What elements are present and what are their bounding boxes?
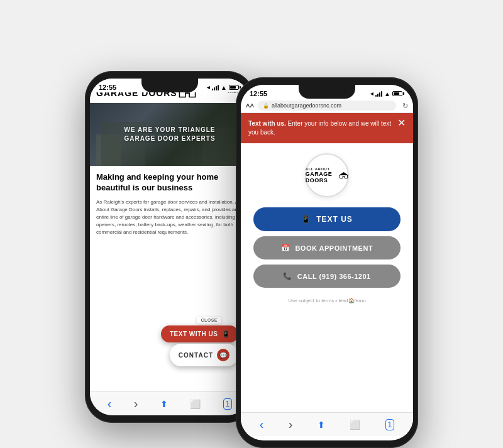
calendar-icon-book: 📅 xyxy=(281,244,290,252)
logo-circle-text: ALL ABOUT GARAGE DOORS xyxy=(306,167,338,183)
logo-center: ALL ABOUT GARAGE DOORS xyxy=(241,143,413,202)
text-us-button[interactable]: 📱 TEXT US xyxy=(253,207,401,231)
call-button[interactable]: 📞 CALL (919) 366-1201 xyxy=(253,265,401,288)
bookmarks-button-left[interactable]: ⬜ xyxy=(190,399,201,409)
body-content-left: Making and keeping your home beautiful i… xyxy=(90,166,250,243)
forward-button-right[interactable]: › xyxy=(289,417,293,432)
notch-left xyxy=(141,79,198,92)
bottom-nav-right: ‹ › ⬆ ⬜ 1 xyxy=(241,412,413,436)
float-text-with-us-label: TEXT WITH US xyxy=(170,331,218,337)
logo-circle-inner: ALL ABOUT GARAGE DOORS xyxy=(306,167,349,183)
address-bar-right[interactable]: AA 🔒 allaboutgaragedoorsnc.com ↻ xyxy=(241,99,413,113)
close-x-button[interactable]: ✕ xyxy=(397,118,406,128)
bookmarks-button-right[interactable]: ⬜ xyxy=(350,420,360,430)
location-arrow-right: ◂ xyxy=(370,90,373,97)
signal-bars-right xyxy=(375,91,382,97)
notch-right xyxy=(299,85,355,99)
phone1-inner: ALL ABOUT GARAGE DOORS ≡ Menu xyxy=(90,79,250,391)
time-left: 12:55 xyxy=(99,84,116,91)
house-icon-right xyxy=(339,170,348,181)
wifi-right: ▲ xyxy=(384,90,390,97)
phone-icon-float: 📱 xyxy=(222,331,230,337)
float-contact-button[interactable]: CONTACT 💬 xyxy=(170,344,238,366)
phone-right-screen: 12:55 ◂ ▲ xyxy=(241,85,413,440)
action-buttons: 📱 TEXT US 📅 BOOK APPOINTMENT 📞 CALL (919… xyxy=(241,207,413,288)
red-banner-text: Text with us. Enter your info below and … xyxy=(248,119,392,137)
hero-image-left: WE ARE YOUR TRIANGLE GARAGE DOOR EXPERTS xyxy=(90,103,250,166)
phone-left: 12:55 ◂ ▲ xyxy=(85,71,255,423)
battery-right xyxy=(392,91,404,96)
book-appointment-label: BOOK APPOINTMENT xyxy=(295,244,373,252)
float-text-with-us-button[interactable]: TEXT WITH US 📱 xyxy=(161,325,238,342)
signal-bar-4 xyxy=(218,85,219,90)
book-appointment-button[interactable]: 📅 BOOK APPOINTMENT xyxy=(253,236,401,260)
location-arrow-left: ◂ xyxy=(207,84,210,90)
call-label: CALL (919) 366-1201 xyxy=(297,273,371,280)
back-button-right[interactable]: ‹ xyxy=(260,417,264,432)
phone-icon-text-us: 📱 xyxy=(301,215,311,224)
lock-icon-right: 🔒 xyxy=(263,103,269,109)
red-banner: Text with us. Enter your info below and … xyxy=(241,113,413,143)
float-close-label[interactable]: CLOSE xyxy=(197,317,221,324)
svg-marker-3 xyxy=(340,172,348,175)
float-contact-label: CONTACT xyxy=(179,352,213,359)
text-us-label: TEXT US xyxy=(316,215,353,224)
signal-bar-1 xyxy=(212,89,213,90)
share-button-right[interactable]: ⬆ xyxy=(318,420,325,430)
hero-line1: WE ARE YOUR TRIANGLE xyxy=(124,126,215,134)
phone-right: 12:55 ◂ ▲ xyxy=(236,77,418,448)
signal-bar-2 xyxy=(214,87,215,90)
aa-right[interactable]: AA xyxy=(246,102,254,109)
reload-right[interactable]: ↻ xyxy=(402,102,408,110)
status-icons-left: ◂ ▲ xyxy=(207,84,241,91)
tabs-button-left[interactable]: 1 xyxy=(223,398,233,410)
wifi-left: ▲ xyxy=(221,84,227,91)
url-text-right: allaboutgaragedoorsnc.com xyxy=(272,102,341,109)
logo-circle: ALL ABOUT GARAGE DOORS xyxy=(305,153,349,197)
logo-circle-large: GARAGE DOORS xyxy=(306,171,338,183)
scene: 12:55 ◂ ▲ xyxy=(0,0,503,448)
body-para-left: As Raleigh's experts for garage door ser… xyxy=(96,199,243,236)
time-right: 12:55 xyxy=(250,90,267,97)
share-button-left[interactable]: ⬆ xyxy=(160,399,168,409)
signal-bars-left xyxy=(212,85,219,90)
hero-line2: GARAGE DOOR EXPERTS xyxy=(124,134,215,143)
hero-text-left: WE ARE YOUR TRIANGLE GARAGE DOOR EXPERTS xyxy=(124,126,215,143)
chat-icon-float: 💬 xyxy=(217,349,229,361)
signal-bar-3 xyxy=(216,86,217,90)
body-title-left: Making and keeping your home beautiful i… xyxy=(96,172,243,194)
status-icons-right: ◂ ▲ xyxy=(370,90,404,97)
phone2-content: Text with us. Enter your info below and … xyxy=(241,113,413,436)
tabs-button-right[interactable]: 1 xyxy=(385,419,395,430)
footer-text: Use subject to terms • lead🏠ferno xyxy=(241,298,413,303)
battery-left xyxy=(229,85,241,90)
back-button-left[interactable]: ‹ xyxy=(108,396,112,411)
red-banner-bold: Text with us. xyxy=(248,120,286,127)
bottom-nav-left: ‹ › ⬆ ⬜ 1 xyxy=(90,391,250,415)
phone-icon-call: 📞 xyxy=(283,272,292,280)
url-pill-right[interactable]: 🔒 allaboutgaragedoorsnc.com xyxy=(258,101,396,111)
forward-button-left[interactable]: › xyxy=(134,396,138,411)
phone-left-screen: 12:55 ◂ ▲ xyxy=(90,79,250,415)
